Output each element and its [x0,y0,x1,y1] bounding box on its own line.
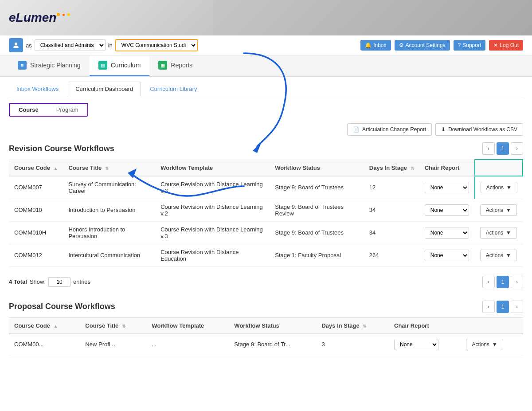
revision-bottom-prev[interactable]: ‹ [482,276,495,288]
cell-course-title: New Profi... [80,334,146,355]
strategic-planning-icon: ≡ [18,61,27,70]
nav-reports[interactable]: ▦ Reports [149,55,201,76]
col-chair-report[interactable]: Chair Report [419,160,475,176]
proposal-col-course-code[interactable]: Course Code ▲ [9,317,80,334]
reports-label: Reports [171,62,192,69]
toolbar: 📄 Articulation Change Report ⬇ Download … [9,123,523,136]
cell-workflow-status: Stage 9: Board of Trustees [270,176,364,199]
revision-next-page[interactable]: › [511,142,523,155]
chair-report-select[interactable]: None [394,339,438,350]
program-toggle-btn[interactable]: Program [47,104,87,116]
revision-page-1[interactable]: 1 [497,142,509,155]
chair-report-select[interactable]: None Approved Denied [425,227,469,239]
proposal-col-workflow-status[interactable]: Workflow Status [229,317,316,334]
actions-button[interactable]: Actions ▼ [481,182,517,193]
cell-course-code: COMM010 [9,199,63,221]
actions-button[interactable]: Actions ▼ [480,227,517,239]
proposal-table-row: COMM00... New Profi... ... Stage 9: Boar… [9,334,523,355]
logout-button[interactable]: ✕ Log Out [489,40,523,51]
revision-table-row: COMM010H Honors Introduction to Persuasi… [9,221,523,244]
nav-curriculum[interactable]: ▤ Curriculum [90,55,150,76]
course-toggle-btn[interactable]: Course [10,104,47,116]
cell-days-in-stage: 34 [364,199,419,221]
toggle-section: Course Program [9,103,523,117]
cell-course-title: Honors Introduction to Persuasion [63,221,155,244]
proposal-section: Proposal Course Workflows ‹ 1 › Course C… [9,301,523,355]
nav-bar: as Classified and Adminis in WVC Communi… [0,35,532,55]
col-course-title[interactable]: Course Title ⇅ [63,160,155,176]
cell-course-code: COMM012 [9,244,63,266]
cell-actions: Actions ▼ [475,244,523,266]
revision-section: Revision Course Workflows ‹ 1 › Course C… [9,142,523,292]
department-select[interactable]: WVC Communication Studi [115,39,198,51]
cell-workflow-status: Stage 9: Board of Tr... [229,334,316,355]
gear-icon: ⚙ [399,42,404,48]
chair-report-select[interactable]: None Approved Denied [425,204,469,216]
col-workflow-status[interactable]: Workflow Status [270,160,364,176]
cell-days-in-stage: 3 [316,334,389,355]
tab-curriculum-library[interactable]: Curriculum Library [142,82,204,96]
revision-prev-page[interactable]: ‹ [482,142,495,155]
avatar [9,38,23,52]
cell-course-code: COMM00... [9,334,80,355]
col-workflow-template[interactable]: Workflow Template [155,160,270,176]
tab-inbox-workflows[interactable]: Inbox Workflows [9,82,66,96]
cell-course-code: COMM010H [9,221,63,244]
proposal-page-1[interactable]: 1 [497,301,509,313]
entries-label: entries [73,278,90,285]
inbox-button[interactable]: 🔔 Inbox [360,40,391,51]
revision-bottom-pagination: ‹ 1 › [482,276,523,288]
proposal-col-workflow-template[interactable]: Workflow Template [146,317,229,334]
cell-workflow-template: Course Revision with Distance Learning v… [155,199,270,221]
reports-icon: ▦ [158,61,167,70]
cell-actions: Actions ▼ [475,221,523,244]
actions-button[interactable]: Actions ▼ [480,250,517,261]
cell-workflow-template: Course Revision with Distance Learning v… [155,176,270,199]
revision-bottom-page-1[interactable]: 1 [497,276,509,288]
dropdown-icon: ▼ [506,207,511,213]
proposal-col-actions [461,317,523,334]
cell-actions: Actions ▼ [461,334,523,355]
col-actions [475,160,523,176]
course-program-toggle: Course Program [9,103,88,117]
nav-strategic-planning[interactable]: ≡ Strategic Planning [9,55,90,76]
logo: eLumen [9,11,70,25]
proposal-col-days-in-stage[interactable]: Days In Stage ⇅ [316,317,389,334]
main-content: Inbox Workflows Curriculum Dashboard Cur… [0,77,532,369]
revision-table: Course Code ▲ Course Title ⇅ Workflow Te… [9,159,523,267]
actions-button[interactable]: Actions ▼ [480,204,517,216]
account-settings-button[interactable]: ⚙ Account Settings [395,40,450,51]
role-select[interactable]: Classified and Adminis [35,39,106,51]
cell-course-code: COMM007 [9,176,63,199]
cell-workflow-status: Stage 9: Board of Trustees [270,221,364,244]
revision-table-footer: 4 Total Show: entries ‹ 1 › [9,272,523,292]
col-days-in-stage[interactable]: Days In Stage ⇅ [364,160,419,176]
cell-chair-report: None Approved Denied [419,244,475,266]
cell-days-in-stage: 264 [364,244,419,266]
cell-workflow-template: ... [146,334,229,355]
proposal-col-course-title[interactable]: Course Title ⇅ [80,317,146,334]
dropdown-icon: ▼ [492,341,497,348]
download-workflows-csv-button[interactable]: ⬇ Download Workflows as CSV [435,123,523,136]
cell-workflow-status: Stage 9: Board of Trustees Review [270,199,364,221]
role-prefix: as [26,42,32,49]
proposal-col-chair-report[interactable]: Chair Report [389,317,461,334]
col-course-code[interactable]: Course Code ▲ [9,160,63,176]
curriculum-icon: ▤ [98,61,107,70]
entries-per-page-input[interactable] [48,277,70,287]
chair-report-select[interactable]: None Approved Denied [425,182,469,193]
proposal-prev-page[interactable]: ‹ [482,301,495,313]
entries-info: 4 Total Show: entries [9,277,90,287]
svg-point-0 [15,43,17,45]
tab-curriculum-dashboard[interactable]: Curriculum Dashboard [68,82,141,96]
support-button[interactable]: ? Support [454,40,486,51]
revision-section-title: Revision Course Workflows [9,144,114,153]
revision-bottom-next[interactable]: › [511,276,523,288]
actions-button[interactable]: Actions ▼ [466,339,503,350]
cell-days-in-stage: 12 [364,176,419,199]
revision-table-row: COMM012 Intercultural Communication Cour… [9,244,523,266]
articulation-change-report-button[interactable]: 📄 Articulation Change Report [347,123,432,136]
cell-chair-report: None [389,334,461,355]
proposal-next-page[interactable]: › [511,301,523,313]
chair-report-select[interactable]: None Approved Denied [425,250,469,261]
